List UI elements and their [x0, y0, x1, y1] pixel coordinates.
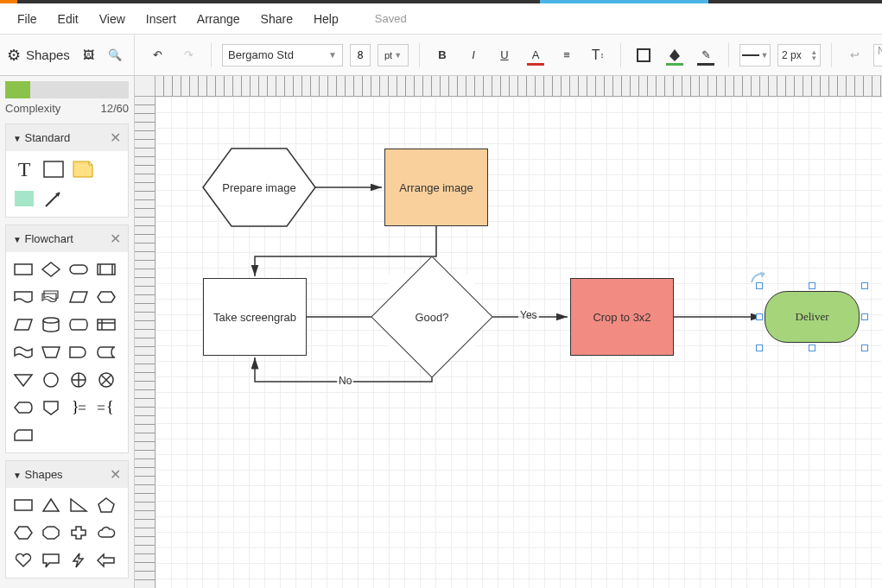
fill-button[interactable]: [663, 43, 687, 67]
menu-insert[interactable]: Insert: [136, 7, 187, 31]
fc-multidoc[interactable]: [39, 285, 63, 309]
sh-hexagon[interactable]: [11, 521, 35, 545]
sh-rect[interactable]: [11, 493, 35, 517]
fc-predefined[interactable]: [94, 257, 118, 281]
shape-note[interactable]: [70, 156, 96, 182]
text-tool[interactable]: T: [11, 156, 37, 182]
resize-handle[interactable]: [756, 282, 763, 289]
font-unit-select[interactable]: pt ▼: [378, 44, 409, 66]
fc-connector[interactable]: [39, 368, 63, 392]
panel-flowchart-header[interactable]: ▼ Flowchart ✕: [6, 225, 128, 252]
underline-button[interactable]: U: [492, 43, 517, 67]
panel-flowchart-title: Flowchart: [25, 232, 73, 245]
menu-arrange[interactable]: Arrange: [187, 7, 251, 31]
fc-internal[interactable]: [94, 313, 118, 337]
text-color-button[interactable]: A: [523, 43, 548, 67]
panel-standard-header[interactable]: ▼ Standard ✕: [6, 124, 128, 151]
sh-cross[interactable]: [67, 521, 91, 545]
fc-terminator[interactable]: [67, 257, 91, 281]
edge-label-yes[interactable]: Yes: [518, 309, 539, 321]
link-button[interactable]: ↩: [842, 43, 866, 67]
menu-edit[interactable]: Edit: [48, 7, 89, 31]
image-icon[interactable]: 🖼: [77, 43, 100, 67]
ruler-corner: [135, 76, 155, 97]
menu-help[interactable]: Help: [303, 7, 349, 31]
fc-process[interactable]: [11, 257, 35, 281]
menu-file[interactable]: File: [7, 7, 48, 31]
fc-sum[interactable]: [94, 368, 118, 392]
fc-input[interactable]: [11, 313, 35, 337]
sidebar: Complexity 12/60 ▼ Standard ✕ T ▼ Flowch…: [0, 76, 135, 588]
undo-button[interactable]: ↶: [145, 43, 169, 67]
sh-callout[interactable]: [39, 548, 63, 572]
fc-decision[interactable]: [39, 257, 63, 281]
redo-button[interactable]: ↷: [176, 43, 200, 67]
panel-flowchart: ▼ Flowchart ✕: [5, 224, 129, 453]
border-button[interactable]: [631, 43, 656, 67]
arrow-tool[interactable]: [41, 186, 67, 212]
fc-or[interactable]: [67, 368, 91, 392]
sh-pentagon[interactable]: [94, 493, 118, 517]
fc-delay[interactable]: [67, 340, 91, 364]
shape-fill[interactable]: [11, 186, 37, 212]
resize-handle[interactable]: [809, 282, 815, 289]
fc-merge[interactable]: [11, 368, 35, 392]
close-icon[interactable]: ✕: [110, 466, 121, 483]
canvas-area[interactable]: Prepare image Arrange image Take screeng…: [135, 76, 882, 588]
fc-data[interactable]: [67, 285, 91, 309]
sh-rtriangle[interactable]: [67, 493, 91, 517]
menu-share[interactable]: Share: [251, 7, 303, 31]
align-button[interactable]: ≡: [555, 43, 579, 67]
search-icon[interactable]: 🔍: [104, 43, 127, 67]
resize-handle[interactable]: [861, 282, 868, 289]
edge-label-no[interactable]: No: [337, 375, 353, 387]
sh-arrow-left[interactable]: [94, 548, 118, 572]
resize-handle[interactable]: [756, 313, 763, 320]
fc-document[interactable]: [11, 285, 35, 309]
node-prepare[interactable]: Prepare image: [203, 149, 315, 226]
font-select[interactable]: Bergamo Std ▼: [222, 44, 343, 66]
node-screengrab[interactable]: Take screengrab: [203, 278, 307, 356]
fc-database[interactable]: [39, 313, 63, 337]
resize-handle[interactable]: [861, 313, 868, 320]
sh-heart[interactable]: [11, 548, 35, 572]
sh-octagon[interactable]: [39, 521, 63, 545]
fc-preparation[interactable]: [94, 285, 118, 309]
fill-none-select[interactable]: None: [873, 44, 882, 66]
shape-rect[interactable]: [41, 156, 67, 182]
close-icon[interactable]: ✕: [110, 130, 121, 146]
fc-tape[interactable]: [11, 340, 35, 364]
fc-card[interactable]: [11, 423, 35, 447]
resize-handle[interactable]: [756, 345, 763, 351]
fc-brace-left[interactable]: {: [94, 395, 118, 420]
stroke-width-input[interactable]: 2 px ▴▾: [777, 44, 821, 66]
canvas[interactable]: Prepare image Arrange image Take screeng…: [155, 97, 882, 588]
fc-brace-right[interactable]: }: [67, 395, 91, 420]
close-icon[interactable]: ✕: [110, 231, 121, 247]
text-options-button[interactable]: T↕: [586, 43, 610, 67]
fc-offpage[interactable]: [39, 395, 63, 420]
line-style-select[interactable]: ▼: [739, 44, 771, 66]
node-good[interactable]: Good?: [389, 274, 475, 360]
fc-stored[interactable]: [94, 340, 118, 364]
menu-view[interactable]: View: [89, 7, 136, 31]
fc-directdata[interactable]: [67, 313, 91, 337]
sh-triangle[interactable]: [39, 493, 63, 517]
sh-lightning[interactable]: [67, 548, 91, 572]
shapes-button[interactable]: ⚙ Shapes: [7, 46, 70, 65]
resize-handle[interactable]: [861, 345, 868, 351]
line-color-button[interactable]: ✎: [694, 43, 718, 67]
panel-shapes-header[interactable]: ▼ Shapes ✕: [6, 461, 128, 488]
resize-handle[interactable]: [809, 345, 815, 351]
ruler-horizontal[interactable]: [155, 76, 882, 97]
italic-button[interactable]: I: [461, 43, 485, 67]
fc-display[interactable]: [11, 395, 35, 420]
font-size-input[interactable]: [350, 44, 371, 66]
bold-button[interactable]: B: [430, 43, 454, 67]
selection-box: [759, 286, 865, 348]
fc-manual[interactable]: [39, 340, 63, 364]
sh-cloud[interactable]: [94, 521, 118, 545]
node-arrange[interactable]: Arrange image: [384, 149, 488, 226]
node-crop[interactable]: Crop to 3x2: [570, 278, 674, 356]
ruler-vertical[interactable]: [135, 97, 155, 588]
